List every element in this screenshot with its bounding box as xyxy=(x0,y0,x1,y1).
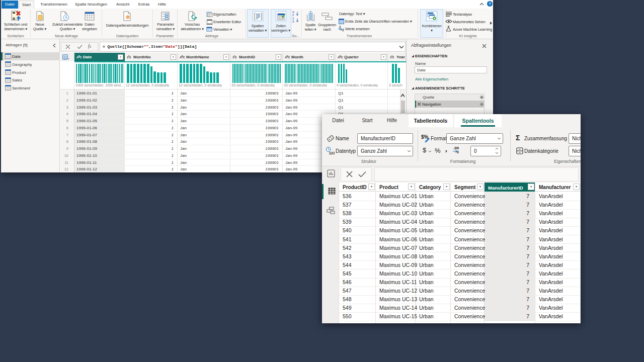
svg-text:0: 0 xyxy=(457,150,459,153)
svg-text:123: 123 xyxy=(329,151,335,155)
